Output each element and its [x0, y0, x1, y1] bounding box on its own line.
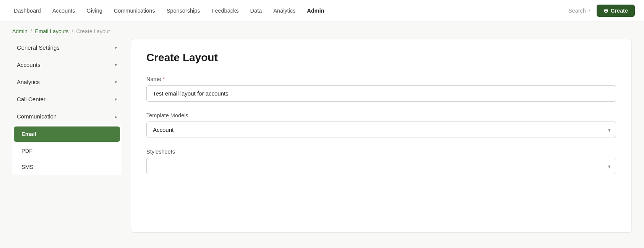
sidebar-item-general-settings-label: General Settings — [17, 44, 60, 51]
template-models-form-group: Template Models Account ▾ — [146, 112, 616, 138]
breadcrumb-current: Create Layout — [76, 28, 110, 34]
top-nav: Dashboard Accounts Giving Communications… — [0, 0, 644, 21]
breadcrumb-email-layouts[interactable]: Email Layouts — [35, 28, 69, 34]
chevron-down-icon: ▾ — [115, 97, 117, 102]
stylesheets-form-group: Stylesheets ▾ — [146, 149, 616, 174]
chevron-down-icon: ▾ — [115, 62, 117, 68]
breadcrumb: Admin / Email Layouts / Create Layout — [0, 21, 644, 39]
chevron-up-icon: ▴ — [115, 114, 117, 119]
chevron-down-icon: ▾ — [115, 45, 117, 50]
nav-item-analytics[interactable]: Analytics — [269, 5, 300, 17]
search-label: Search — [568, 8, 586, 14]
sidebar-item-analytics-label: Analytics — [17, 79, 40, 85]
stylesheets-label: Stylesheets — [146, 149, 616, 155]
main-layout: General Settings ▾ Accounts ▾ Analytics … — [0, 39, 644, 245]
search-chevron-icon: ▾ — [588, 8, 590, 13]
nav-item-feedbacks[interactable]: Feedbacks — [207, 5, 243, 17]
breadcrumb-admin[interactable]: Admin — [12, 28, 28, 34]
search-button[interactable]: Search ▾ — [565, 5, 594, 16]
sidebar-item-general-settings[interactable]: General Settings ▾ — [12, 39, 122, 56]
name-form-group: Name * — [146, 76, 616, 102]
content-area: Create Layout Name * Template Models Acc… — [131, 39, 632, 233]
nav-item-admin[interactable]: Admin — [302, 5, 329, 17]
template-models-select-wrapper: Account ▾ — [146, 122, 616, 138]
template-models-label: Template Models — [146, 112, 616, 118]
sidebar-item-call-center-label: Call Center — [17, 96, 45, 102]
communication-sub-menu: Email PDF SMS — [12, 125, 122, 175]
nav-item-giving[interactable]: Giving — [82, 5, 107, 17]
create-button[interactable]: ⊕ Create — [597, 5, 635, 17]
sidebar-item-communication[interactable]: Communication ▴ — [12, 108, 122, 125]
template-models-select[interactable]: Account — [146, 122, 616, 138]
sidebar-item-accounts[interactable]: Accounts ▾ — [12, 56, 122, 73]
sidebar: General Settings ▾ Accounts ▾ Analytics … — [12, 39, 131, 233]
nav-item-sponsorships[interactable]: Sponsorships — [162, 5, 205, 17]
nav-item-dashboard[interactable]: Dashboard — [9, 5, 45, 17]
sidebar-sub-item-sms[interactable]: SMS — [14, 159, 120, 175]
sidebar-item-analytics[interactable]: Analytics ▾ — [12, 73, 122, 91]
name-required-marker: * — [163, 76, 165, 82]
nav-item-communications[interactable]: Communications — [109, 5, 160, 17]
create-label: Create — [611, 8, 628, 14]
sidebar-sub-item-email[interactable]: Email — [14, 126, 120, 142]
plus-icon: ⊕ — [603, 8, 608, 14]
chevron-down-icon: ▾ — [115, 79, 117, 85]
breadcrumb-sep-2: / — [72, 28, 73, 34]
stylesheets-select[interactable] — [146, 158, 616, 174]
breadcrumb-sep-1: / — [31, 28, 32, 34]
name-label: Name * — [146, 76, 616, 82]
stylesheets-select-wrapper: ▾ — [146, 158, 616, 174]
page-title: Create Layout — [146, 52, 616, 64]
nav-item-accounts[interactable]: Accounts — [48, 5, 80, 17]
sidebar-item-communication-label: Communication — [17, 113, 57, 120]
nav-item-data[interactable]: Data — [246, 5, 267, 17]
sidebar-sub-item-pdf[interactable]: PDF — [14, 143, 120, 159]
sidebar-item-call-center[interactable]: Call Center ▾ — [12, 91, 122, 108]
sidebar-item-accounts-label: Accounts — [17, 62, 41, 68]
name-input[interactable] — [146, 85, 616, 102]
